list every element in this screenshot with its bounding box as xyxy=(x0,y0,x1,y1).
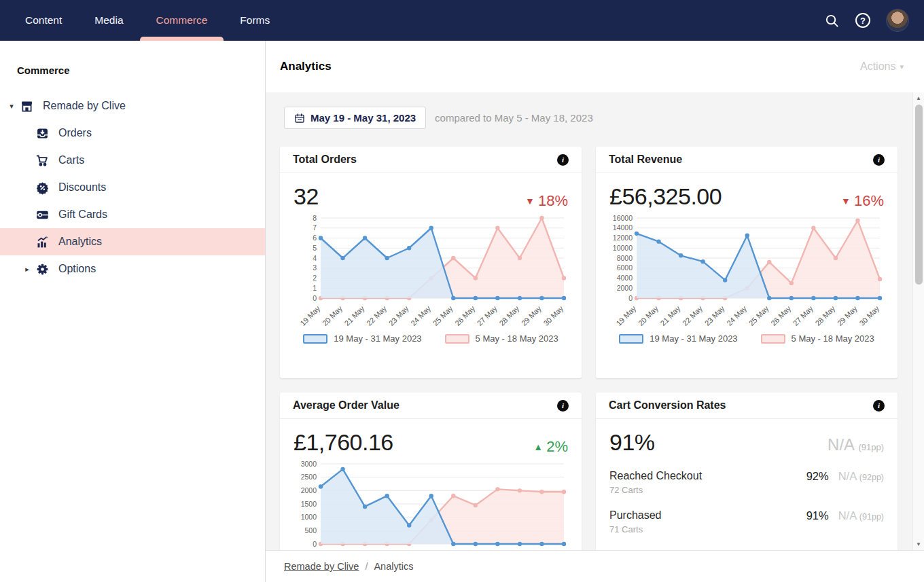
legend-swatch-current xyxy=(619,334,643,344)
conversion-percent: 92% xyxy=(806,470,829,483)
card-title: Average Order Value xyxy=(293,399,399,412)
sidebar-item-options[interactable]: ▸ Options xyxy=(0,255,265,283)
svg-text:27 May: 27 May xyxy=(476,304,499,327)
svg-text:28 May: 28 May xyxy=(497,304,520,327)
conversion-step-label: Purchased xyxy=(609,509,662,522)
nav-tabs: Content Media Commerce Forms xyxy=(0,0,294,41)
svg-text:26 May: 26 May xyxy=(769,304,792,327)
sidebar-item-gift-cards[interactable]: Gift Cards xyxy=(0,201,265,228)
svg-text:21 May: 21 May xyxy=(343,304,366,327)
tab-media[interactable]: Media xyxy=(86,0,131,41)
scroll-down-arrow[interactable]: ▼ xyxy=(913,541,924,547)
sidebar: Commerce ▾ Remade by Clive Orders xyxy=(0,41,266,582)
svg-text:27 May: 27 May xyxy=(792,304,815,327)
chevron-down-icon[interactable]: ▾ xyxy=(5,102,18,111)
content-scroll-area: May 19 - May 31, 2023 compared to May 5 … xyxy=(266,92,924,550)
conversion-cart-count: 72 Carts xyxy=(609,485,702,495)
svg-text:23 May: 23 May xyxy=(387,304,410,327)
sidebar-item-label: Gift Cards xyxy=(58,208,107,221)
gear-icon xyxy=(35,261,50,276)
svg-text:29 May: 29 May xyxy=(836,304,859,327)
svg-text:1: 1 xyxy=(313,284,317,292)
change-indicator: ▼ 18% xyxy=(525,192,568,210)
search-button[interactable] xyxy=(824,13,840,29)
chart-legend: 19 May - 31 May 2023 5 May - 18 May 2023 xyxy=(294,333,568,344)
change-indicator: ▼ 16% xyxy=(841,192,884,210)
commerce-tree: ▾ Remade by Clive Orders Carts xyxy=(0,92,265,283)
svg-text:1500: 1500 xyxy=(301,500,317,508)
chevron-right-icon[interactable]: ▸ xyxy=(21,265,33,274)
card-title: Cart Conversion Rates xyxy=(609,399,726,412)
store-icon xyxy=(19,98,34,113)
tab-content[interactable]: Content xyxy=(17,0,70,41)
tab-forms[interactable]: Forms xyxy=(232,0,278,41)
cart-icon xyxy=(35,153,50,168)
svg-text:23 May: 23 May xyxy=(703,304,726,327)
compare-period-text: compared to May 5 - May 18, 2023 xyxy=(435,112,593,124)
scroll-up-arrow[interactable]: ▲ xyxy=(913,95,924,101)
help-button[interactable]: ? xyxy=(855,12,871,29)
date-range-button[interactable]: May 19 - May 31, 2023 xyxy=(284,107,426,129)
legend-swatch-current xyxy=(303,334,327,344)
conversion-na: N/A (91pp) xyxy=(838,509,884,522)
svg-text:30 May: 30 May xyxy=(541,304,565,327)
legend-swatch-previous xyxy=(761,334,785,344)
breadcrumb-separator: / xyxy=(365,561,368,572)
tree-root-label: Remade by Clive xyxy=(43,100,126,112)
svg-text:2500: 2500 xyxy=(301,473,317,481)
scrollbar-thumb[interactable] xyxy=(915,105,923,285)
info-icon[interactable]: i xyxy=(557,400,569,412)
total-orders-chart: 01234567819 May20 May21 May22 May23 May2… xyxy=(294,213,568,333)
svg-text:4: 4 xyxy=(313,254,317,262)
app-shell: Commerce ▾ Remade by Clive Orders xyxy=(0,41,924,582)
change-value: 18% xyxy=(538,192,568,210)
total-revenue-chart: 020004000600080001000012000140001600019 … xyxy=(609,213,884,333)
svg-text:4000: 4000 xyxy=(617,274,633,282)
conversion-cart-count: 71 Carts xyxy=(609,524,662,534)
sidebar-item-analytics[interactable]: Analytics xyxy=(0,228,265,255)
help-icon: ? xyxy=(855,12,871,29)
top-nav: Content Media Commerce Forms ? xyxy=(0,0,924,41)
svg-text:12000: 12000 xyxy=(613,234,633,242)
tree-root-store[interactable]: ▾ Remade by Clive xyxy=(0,92,265,120)
sidebar-section-label: Commerce xyxy=(17,65,265,76)
sidebar-item-label: Analytics xyxy=(58,236,102,248)
conversion-row-reached-checkout: Reached Checkout 72 Carts 92% N/A (92pp) xyxy=(609,470,884,495)
sidebar-item-label: Discounts xyxy=(58,181,106,194)
svg-text:24 May: 24 May xyxy=(409,304,432,327)
nav-right: ? xyxy=(824,0,924,41)
conversion-percent: 91% xyxy=(806,509,829,522)
svg-text:7: 7 xyxy=(313,223,317,232)
actions-dropdown[interactable]: Actions ▾ xyxy=(860,60,904,73)
chart-legend: 19 May - 31 May 2023 5 May - 18 May 2023 xyxy=(609,333,884,344)
svg-text:25 May: 25 May xyxy=(431,304,455,327)
svg-text:19 May: 19 May xyxy=(614,304,637,327)
svg-text:8000: 8000 xyxy=(617,254,633,262)
legend-swatch-previous xyxy=(445,334,469,344)
avatar[interactable] xyxy=(886,9,909,32)
svg-text:28 May: 28 May xyxy=(813,304,836,327)
svg-text:20 May: 20 May xyxy=(321,304,344,327)
svg-text:3000: 3000 xyxy=(301,460,317,468)
tab-commerce[interactable]: Commerce xyxy=(148,0,216,41)
info-icon[interactable]: i xyxy=(557,154,569,166)
sidebar-item-orders[interactable]: Orders xyxy=(0,120,265,147)
info-icon[interactable]: i xyxy=(873,400,885,412)
date-toolbar: May 19 - May 31, 2023 compared to May 5 … xyxy=(284,107,924,129)
svg-text:1000: 1000 xyxy=(301,513,317,521)
main-header: Analytics Actions ▾ xyxy=(266,41,924,92)
sidebar-item-label: Orders xyxy=(58,127,92,139)
total-orders-card: Total Orders i 32 ▼ 18% 01234567819 May2… xyxy=(280,147,582,378)
sidebar-item-discounts[interactable]: Discounts xyxy=(0,174,265,201)
na-comparison: N/A (91pp) xyxy=(828,435,884,454)
down-triangle-icon: ▼ xyxy=(841,196,851,206)
sidebar-item-carts[interactable]: Carts xyxy=(0,147,265,174)
calendar-icon xyxy=(294,113,305,124)
stat-value: 32 xyxy=(294,183,319,210)
breadcrumb-link-store[interactable]: Remade by Clive xyxy=(284,561,359,572)
vertical-scrollbar[interactable]: ▲ ▼ xyxy=(912,92,924,550)
down-triangle-icon: ▼ xyxy=(525,196,535,206)
info-icon[interactable]: i xyxy=(873,154,885,166)
orders-icon xyxy=(35,126,50,141)
discount-badge-icon xyxy=(35,180,50,195)
